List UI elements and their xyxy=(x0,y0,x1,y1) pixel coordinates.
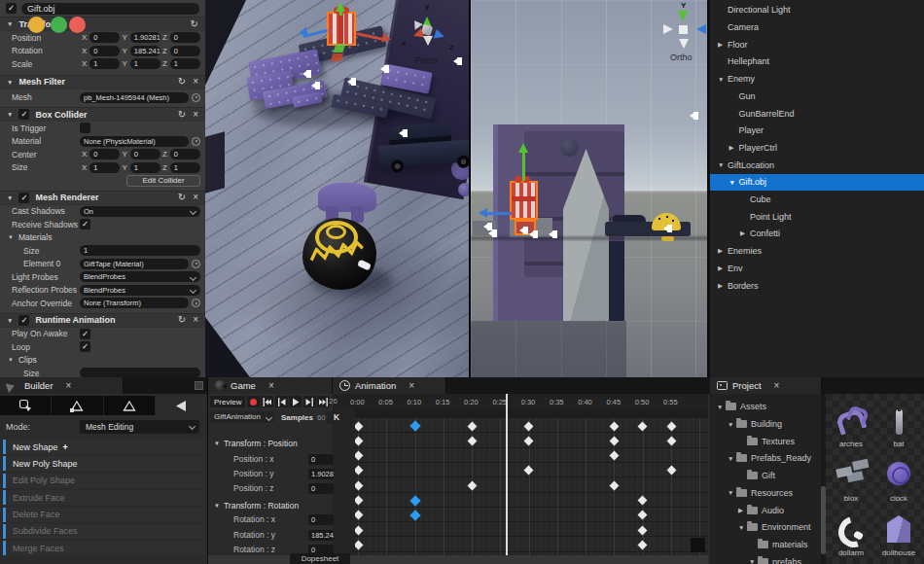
loop-checkbox[interactable]: ✓ xyxy=(80,341,90,352)
component-enabled-checkbox[interactable]: ✓ xyxy=(18,109,29,120)
active-checkbox[interactable]: ✓ xyxy=(6,3,17,14)
builder-action-extrude-face[interactable]: Extrude Face xyxy=(3,490,204,505)
reflection-probes-dropdown[interactable]: BlendProbes xyxy=(80,285,200,296)
expand-arrow-icon[interactable]: ▶ xyxy=(718,247,728,255)
hierarchy-item-enemies[interactable]: ▶Enemies xyxy=(710,242,924,260)
collapse-arrow-icon[interactable]: ▼ xyxy=(214,441,220,446)
project-folder-resources[interactable]: ▼Resources xyxy=(710,484,822,502)
mesh-renderer-header[interactable]: ▼ ✓ Mesh Renderer ↻× xyxy=(0,191,205,205)
samples-field[interactable]: 60 xyxy=(317,413,326,422)
gizmo-z-axis-icon[interactable] xyxy=(692,24,706,34)
collapse-arrow-icon[interactable]: ▼ xyxy=(728,489,736,496)
scene-viewport-ortho[interactable]: Y z Ortho xyxy=(469,0,707,377)
expand-arrow-icon[interactable]: ▶ xyxy=(729,144,739,152)
element0-field[interactable]: GiftTape (Material) xyxy=(80,259,189,269)
keyframe-transform-position-f55[interactable] xyxy=(666,436,676,445)
close-icon[interactable]: × xyxy=(66,381,72,391)
hierarchy-item-camera[interactable]: Camera xyxy=(710,18,924,36)
animation-property-position-y[interactable]: Position : y1.90281 xyxy=(214,468,350,480)
tool-vertex-mode[interactable] xyxy=(52,396,103,415)
playhead[interactable] xyxy=(506,394,508,555)
animation-property-value-field[interactable]: 0 xyxy=(308,454,334,465)
next-frame-button[interactable] xyxy=(303,396,316,407)
component-enabled-checkbox[interactable]: ✓ xyxy=(18,193,29,203)
gizmo-x-axis-icon[interactable] xyxy=(408,28,424,42)
expand-arrow-icon[interactable]: ▶ xyxy=(718,264,728,272)
close-icon[interactable]: × xyxy=(409,381,414,391)
keyframe-clip-summary-f55[interactable] xyxy=(666,421,676,431)
position-y-field[interactable]: 1.90281 xyxy=(130,32,160,43)
keyframe-transform-position-f0[interactable] xyxy=(355,436,363,445)
material-field[interactable]: None (PhysicMaterial) xyxy=(80,136,189,147)
keyframe-position-y-f0[interactable] xyxy=(355,466,363,476)
collapse-arrow-icon[interactable]: ▼ xyxy=(7,317,13,324)
keyframe-rotation-y-f0[interactable] xyxy=(355,525,363,535)
hierarchy-item-floor[interactable]: ▶Floor xyxy=(710,36,924,53)
object-name-field[interactable]: Gift.obj xyxy=(21,3,199,15)
hierarchy-item-confetti[interactable]: ▶Confetti xyxy=(710,226,924,243)
animation-property-value-field[interactable]: 0 xyxy=(308,514,334,525)
edit-collider-button[interactable]: Edit Collider xyxy=(126,175,200,187)
scale-z-field[interactable]: 1 xyxy=(170,58,200,69)
transform-header[interactable]: ▼ Transform ↻ xyxy=(0,17,205,31)
hierarchy-item-enemy[interactable]: ▼Enemy xyxy=(710,70,924,88)
remove-component-icon[interactable]: × xyxy=(193,193,198,202)
collapse-arrow-icon[interactable]: ▼ xyxy=(728,421,736,428)
animation-property-position-x[interactable]: Position : x0 xyxy=(214,453,350,466)
materials-size-field[interactable]: 1 xyxy=(80,245,200,256)
project-folder-prefabs[interactable]: ▼prefabs xyxy=(710,553,822,564)
collapse-arrow-icon[interactable]: ▼ xyxy=(718,76,728,83)
keyframe-rotation-x-f10[interactable] xyxy=(409,510,420,520)
collapse-arrow-icon[interactable]: ▼ xyxy=(749,558,758,564)
animation-property-rotation-x[interactable]: Rotation : x0 xyxy=(214,513,350,526)
tool-object-mode[interactable] xyxy=(0,396,52,415)
play-button[interactable] xyxy=(289,396,302,407)
collapse-arrow-icon[interactable]: ▼ xyxy=(7,194,13,201)
keyframe-position-z-f20[interactable] xyxy=(467,480,477,490)
translate-gizmo-z-head[interactable] xyxy=(474,208,487,218)
add-keyframe-button[interactable]: K xyxy=(326,411,347,424)
animation-property-value-field[interactable]: 185.241 xyxy=(308,530,334,541)
asset-clock[interactable]: clock xyxy=(877,458,920,503)
gizmo-neg-axis-icon[interactable] xyxy=(663,24,678,34)
keyframe-rotation-z-f50[interactable] xyxy=(638,540,648,549)
clips-size-field[interactable] xyxy=(80,368,200,377)
tab-animation[interactable]: Animation × xyxy=(333,377,446,394)
translate-gizmo-y-head[interactable] xyxy=(518,138,528,153)
hierarchy-item-playerctrl[interactable]: ▶PlayerCtrl xyxy=(710,139,924,157)
keyframe-transform-position-f45[interactable] xyxy=(610,436,620,445)
object-picker-icon[interactable] xyxy=(192,137,200,146)
close-icon[interactable]: × xyxy=(268,381,274,391)
keyframe-clip-summary-f0[interactable] xyxy=(355,421,363,431)
asset-thumbnail-dollhouse[interactable] xyxy=(882,512,915,546)
preview-button[interactable]: Preview xyxy=(210,396,245,407)
keyframe-position-z-f0[interactable] xyxy=(355,480,363,490)
keyframe-clip-summary-f45[interactable] xyxy=(610,421,620,431)
materials-foldout[interactable]: ▼ Materials xyxy=(0,231,205,245)
keyframe-rotation-y-f50[interactable] xyxy=(638,525,648,535)
builder-action-merge-faces[interactable]: Merge Faces xyxy=(3,541,204,555)
animation-group-transform-rotation[interactable]: ▼Transform : Rotation xyxy=(214,499,299,511)
keyframe-clip-summary-f10[interactable] xyxy=(409,420,420,431)
translate-gizmo-z-head[interactable] xyxy=(293,26,308,39)
keyframe-position-x-f0[interactable] xyxy=(355,451,363,461)
expand-arrow-icon[interactable]: ▶ xyxy=(738,507,747,514)
project-folder-prefabs-ready[interactable]: ▼Prefabs_Ready xyxy=(710,450,822,468)
keyframe-rotation-z-f0[interactable] xyxy=(355,540,363,549)
box-collider-header[interactable]: ▼ ✓ Box Collider ↻× xyxy=(0,107,205,122)
animation-property-position-z[interactable]: Position : z0 xyxy=(214,482,350,495)
animation-property-value-field[interactable]: 1.90281 xyxy=(308,469,334,479)
keyframe-position-y-f55[interactable] xyxy=(666,466,676,476)
mode-dropdown[interactable]: Mesh Editing xyxy=(80,420,199,434)
object-picker-icon[interactable] xyxy=(192,93,200,102)
keyframe-clip-summary-f30[interactable] xyxy=(524,421,534,431)
current-frame-field[interactable]: 26 xyxy=(329,397,338,405)
plane-handle-red[interactable] xyxy=(331,53,344,61)
reset-icon[interactable]: ↻ xyxy=(191,19,198,29)
project-folder-audio[interactable]: ▶Audio xyxy=(710,502,822,519)
light-probes-dropdown[interactable]: BlendProbes xyxy=(80,271,200,282)
collapse-arrow-icon[interactable]: ▼ xyxy=(8,357,14,363)
collapse-arrow-icon[interactable]: ▼ xyxy=(728,455,736,462)
keyframe-transform-rotation-f50[interactable] xyxy=(638,496,648,506)
collapse-arrow-icon[interactable]: ▼ xyxy=(7,111,13,118)
